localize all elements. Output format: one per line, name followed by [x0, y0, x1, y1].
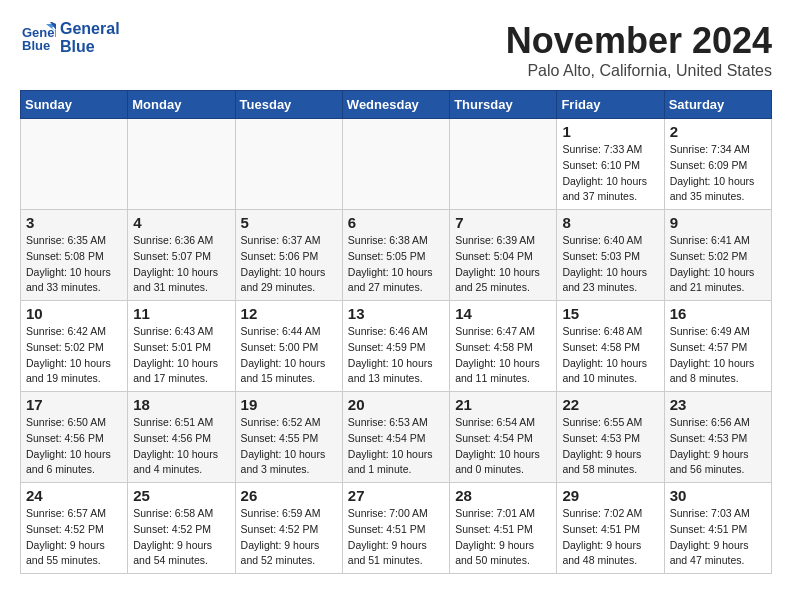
calendar-cell: 8Sunrise: 6:40 AM Sunset: 5:03 PM Daylig…: [557, 210, 664, 301]
day-info: Sunrise: 6:50 AM Sunset: 4:56 PM Dayligh…: [26, 415, 122, 478]
day-number: 14: [455, 305, 551, 322]
day-info: Sunrise: 6:53 AM Sunset: 4:54 PM Dayligh…: [348, 415, 444, 478]
calendar-cell: 1Sunrise: 7:33 AM Sunset: 6:10 PM Daylig…: [557, 119, 664, 210]
day-info: Sunrise: 6:35 AM Sunset: 5:08 PM Dayligh…: [26, 233, 122, 296]
calendar-cell: 15Sunrise: 6:48 AM Sunset: 4:58 PM Dayli…: [557, 301, 664, 392]
day-number: 23: [670, 396, 766, 413]
day-info: Sunrise: 6:58 AM Sunset: 4:52 PM Dayligh…: [133, 506, 229, 569]
calendar-week-row: 3Sunrise: 6:35 AM Sunset: 5:08 PM Daylig…: [21, 210, 772, 301]
day-info: Sunrise: 6:47 AM Sunset: 4:58 PM Dayligh…: [455, 324, 551, 387]
day-number: 29: [562, 487, 658, 504]
logo-general: General: [60, 20, 120, 38]
calendar-cell: 9Sunrise: 6:41 AM Sunset: 5:02 PM Daylig…: [664, 210, 771, 301]
day-number: 8: [562, 214, 658, 231]
day-info: Sunrise: 6:41 AM Sunset: 5:02 PM Dayligh…: [670, 233, 766, 296]
calendar-cell: 21Sunrise: 6:54 AM Sunset: 4:54 PM Dayli…: [450, 392, 557, 483]
day-number: 18: [133, 396, 229, 413]
day-info: Sunrise: 6:51 AM Sunset: 4:56 PM Dayligh…: [133, 415, 229, 478]
day-number: 9: [670, 214, 766, 231]
calendar-cell: 25Sunrise: 6:58 AM Sunset: 4:52 PM Dayli…: [128, 483, 235, 574]
day-number: 11: [133, 305, 229, 322]
logo: General Blue General Blue: [20, 20, 120, 56]
day-number: 19: [241, 396, 337, 413]
day-info: Sunrise: 6:56 AM Sunset: 4:53 PM Dayligh…: [670, 415, 766, 478]
calendar-cell: 20Sunrise: 6:53 AM Sunset: 4:54 PM Dayli…: [342, 392, 449, 483]
calendar-cell: [450, 119, 557, 210]
day-info: Sunrise: 6:39 AM Sunset: 5:04 PM Dayligh…: [455, 233, 551, 296]
day-number: 28: [455, 487, 551, 504]
day-number: 13: [348, 305, 444, 322]
day-number: 22: [562, 396, 658, 413]
calendar-table: SundayMondayTuesdayWednesdayThursdayFrid…: [20, 90, 772, 574]
day-info: Sunrise: 6:57 AM Sunset: 4:52 PM Dayligh…: [26, 506, 122, 569]
calendar-cell: [128, 119, 235, 210]
calendar-cell: [21, 119, 128, 210]
day-number: 30: [670, 487, 766, 504]
day-info: Sunrise: 6:49 AM Sunset: 4:57 PM Dayligh…: [670, 324, 766, 387]
day-info: Sunrise: 6:38 AM Sunset: 5:05 PM Dayligh…: [348, 233, 444, 296]
logo-blue: Blue: [60, 38, 120, 56]
calendar-cell: 2Sunrise: 7:34 AM Sunset: 6:09 PM Daylig…: [664, 119, 771, 210]
weekday-header: Tuesday: [235, 91, 342, 119]
day-info: Sunrise: 6:54 AM Sunset: 4:54 PM Dayligh…: [455, 415, 551, 478]
weekday-header: Thursday: [450, 91, 557, 119]
day-info: Sunrise: 6:37 AM Sunset: 5:06 PM Dayligh…: [241, 233, 337, 296]
calendar-cell: 23Sunrise: 6:56 AM Sunset: 4:53 PM Dayli…: [664, 392, 771, 483]
day-info: Sunrise: 6:36 AM Sunset: 5:07 PM Dayligh…: [133, 233, 229, 296]
calendar-cell: [235, 119, 342, 210]
calendar-cell: 24Sunrise: 6:57 AM Sunset: 4:52 PM Dayli…: [21, 483, 128, 574]
calendar-cell: 7Sunrise: 6:39 AM Sunset: 5:04 PM Daylig…: [450, 210, 557, 301]
location: Palo Alto, California, United States: [506, 62, 772, 80]
weekday-header-row: SundayMondayTuesdayWednesdayThursdayFrid…: [21, 91, 772, 119]
calendar-cell: [342, 119, 449, 210]
calendar-cell: 29Sunrise: 7:02 AM Sunset: 4:51 PM Dayli…: [557, 483, 664, 574]
day-info: Sunrise: 6:44 AM Sunset: 5:00 PM Dayligh…: [241, 324, 337, 387]
calendar-cell: 16Sunrise: 6:49 AM Sunset: 4:57 PM Dayli…: [664, 301, 771, 392]
day-info: Sunrise: 7:01 AM Sunset: 4:51 PM Dayligh…: [455, 506, 551, 569]
day-info: Sunrise: 6:48 AM Sunset: 4:58 PM Dayligh…: [562, 324, 658, 387]
day-number: 21: [455, 396, 551, 413]
calendar-cell: 22Sunrise: 6:55 AM Sunset: 4:53 PM Dayli…: [557, 392, 664, 483]
day-number: 16: [670, 305, 766, 322]
weekday-header: Wednesday: [342, 91, 449, 119]
month-title: November 2024: [506, 20, 772, 62]
weekday-header: Saturday: [664, 91, 771, 119]
day-info: Sunrise: 7:03 AM Sunset: 4:51 PM Dayligh…: [670, 506, 766, 569]
day-number: 15: [562, 305, 658, 322]
day-info: Sunrise: 7:33 AM Sunset: 6:10 PM Dayligh…: [562, 142, 658, 205]
calendar-week-row: 1Sunrise: 7:33 AM Sunset: 6:10 PM Daylig…: [21, 119, 772, 210]
day-info: Sunrise: 6:40 AM Sunset: 5:03 PM Dayligh…: [562, 233, 658, 296]
calendar-cell: 13Sunrise: 6:46 AM Sunset: 4:59 PM Dayli…: [342, 301, 449, 392]
day-info: Sunrise: 6:43 AM Sunset: 5:01 PM Dayligh…: [133, 324, 229, 387]
day-number: 6: [348, 214, 444, 231]
title-area: November 2024 Palo Alto, California, Uni…: [506, 20, 772, 80]
day-number: 20: [348, 396, 444, 413]
calendar-cell: 3Sunrise: 6:35 AM Sunset: 5:08 PM Daylig…: [21, 210, 128, 301]
day-number: 5: [241, 214, 337, 231]
day-number: 1: [562, 123, 658, 140]
calendar-cell: 18Sunrise: 6:51 AM Sunset: 4:56 PM Dayli…: [128, 392, 235, 483]
calendar-cell: 5Sunrise: 6:37 AM Sunset: 5:06 PM Daylig…: [235, 210, 342, 301]
weekday-header: Sunday: [21, 91, 128, 119]
day-info: Sunrise: 6:52 AM Sunset: 4:55 PM Dayligh…: [241, 415, 337, 478]
day-info: Sunrise: 7:02 AM Sunset: 4:51 PM Dayligh…: [562, 506, 658, 569]
day-number: 7: [455, 214, 551, 231]
day-number: 12: [241, 305, 337, 322]
calendar-week-row: 17Sunrise: 6:50 AM Sunset: 4:56 PM Dayli…: [21, 392, 772, 483]
day-number: 25: [133, 487, 229, 504]
calendar-cell: 30Sunrise: 7:03 AM Sunset: 4:51 PM Dayli…: [664, 483, 771, 574]
day-number: 17: [26, 396, 122, 413]
calendar-cell: 11Sunrise: 6:43 AM Sunset: 5:01 PM Dayli…: [128, 301, 235, 392]
day-number: 10: [26, 305, 122, 322]
calendar-cell: 6Sunrise: 6:38 AM Sunset: 5:05 PM Daylig…: [342, 210, 449, 301]
day-info: Sunrise: 6:59 AM Sunset: 4:52 PM Dayligh…: [241, 506, 337, 569]
day-number: 3: [26, 214, 122, 231]
weekday-header: Friday: [557, 91, 664, 119]
calendar-cell: 17Sunrise: 6:50 AM Sunset: 4:56 PM Dayli…: [21, 392, 128, 483]
calendar-cell: 14Sunrise: 6:47 AM Sunset: 4:58 PM Dayli…: [450, 301, 557, 392]
day-number: 2: [670, 123, 766, 140]
calendar-cell: 4Sunrise: 6:36 AM Sunset: 5:07 PM Daylig…: [128, 210, 235, 301]
day-info: Sunrise: 6:55 AM Sunset: 4:53 PM Dayligh…: [562, 415, 658, 478]
day-number: 27: [348, 487, 444, 504]
calendar-cell: 10Sunrise: 6:42 AM Sunset: 5:02 PM Dayli…: [21, 301, 128, 392]
